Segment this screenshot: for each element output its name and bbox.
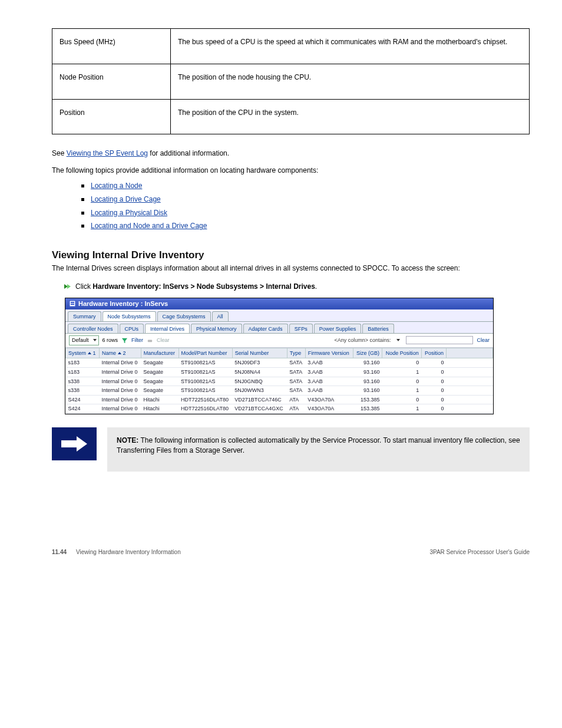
search-input[interactable]: [406, 336, 473, 344]
step: Click Hardware Inventory: InServs > Node…: [64, 282, 530, 292]
filter-link[interactable]: Filter: [131, 337, 143, 344]
link-locate-node[interactable]: Locating a Node: [91, 182, 142, 190]
tab-sfps[interactable]: SFPs: [289, 324, 313, 334]
table-row[interactable]: s338Internal Drive 0SeagateST9100821AS5N…: [66, 386, 493, 396]
definitions-table: Bus Speed (MHz)The bus speed of a CPU is…: [52, 28, 530, 134]
col-size[interactable]: Size (GB): [353, 348, 382, 358]
see-also: See Viewing the SP Event Log for additio…: [52, 149, 530, 159]
def-term: Position: [52, 99, 171, 134]
row-count: 6 rows: [103, 337, 118, 344]
section-heading: Viewing Internal Drive Inventory: [52, 248, 530, 262]
tab-cpus[interactable]: CPUs: [120, 324, 144, 334]
svg-rect-1: [71, 302, 74, 303]
eraser-icon: [147, 337, 153, 344]
col-name[interactable]: Name 2: [100, 348, 141, 358]
col-position[interactable]: Position: [421, 348, 446, 358]
tab-all[interactable]: All: [212, 311, 229, 321]
note-block: NOTE: The following information is colle…: [52, 427, 530, 472]
table-row[interactable]: S424Internal Drive 0HitachiHDT722516DLAT…: [66, 395, 493, 404]
clear-disabled: Clear: [157, 337, 170, 344]
col-model[interactable]: Model/Part Number: [178, 348, 232, 358]
col-fw[interactable]: Firmware Version: [305, 348, 353, 358]
grid-toolbar: Default 6 rows Filter Clear <Any column>…: [65, 334, 493, 348]
def-desc: The bus speed of a CPU is the speed at w…: [171, 29, 530, 64]
def-term: Node Position: [52, 64, 171, 99]
window-title: Hardware Inventory : InServs: [65, 298, 493, 309]
link-locate-node-cage[interactable]: Locating and Node and a Drive Cage: [91, 222, 207, 230]
def-desc: The position of the node housing the CPU…: [171, 64, 530, 99]
sub-tabs: Controller Nodes CPUs Internal Drives Ph…: [65, 322, 493, 334]
section-body: The Internal Drives screen displays info…: [52, 263, 530, 274]
link-locate-cage[interactable]: Locating a Drive Cage: [91, 195, 161, 203]
table-row[interactable]: S424Internal Drive 0HitachiHDT722516DLAT…: [66, 404, 493, 414]
col-manufacturer[interactable]: Manufacturer: [141, 348, 178, 358]
table-row[interactable]: s338Internal Drive 0SeagateST9100821AS5N…: [66, 377, 493, 386]
view-dropdown[interactable]: Default: [69, 335, 99, 345]
sort-asc-icon: [88, 352, 91, 354]
tab-controller-nodes[interactable]: Controller Nodes: [68, 324, 118, 334]
col-serial[interactable]: Serial Number: [232, 348, 287, 358]
table-row[interactable]: s183Internal Drive 0SeagateST9100821AS5N…: [66, 367, 493, 377]
related-links: Locating a Node Locating a Drive Cage Lo…: [52, 179, 530, 233]
footer-doc-title: 3PAR Service Processor User's Guide: [429, 548, 530, 556]
dropdown-caret-icon[interactable]: [396, 339, 400, 341]
def-term: Bus Speed (MHz): [52, 29, 171, 64]
inventory-screenshot: Hardware Inventory : InServs Summary Nod…: [65, 298, 494, 414]
tab-batteries[interactable]: Batteries: [362, 324, 394, 334]
tab-internal-drives[interactable]: Internal Drives: [145, 324, 190, 334]
link-locate-disk[interactable]: Locating a Physical Disk: [91, 209, 167, 217]
svg-rect-4: [61, 440, 77, 447]
clear-link[interactable]: Clear: [477, 337, 490, 344]
tab-summary[interactable]: Summary: [68, 311, 101, 321]
note-heading: NOTE:: [117, 436, 138, 444]
col-system[interactable]: System 1: [66, 348, 100, 358]
breadcrumb-path: Hardware Inventory: InServs > Node Subsy…: [92, 282, 315, 291]
def-desc: The position of the CPU in the system.: [171, 99, 530, 134]
note-arrow-icon: [52, 427, 97, 460]
note-text: The following information is collected a…: [140, 436, 520, 444]
top-tabs: Summary Node Subsystems Cage Subsystems …: [65, 309, 493, 322]
tab-power-supplies[interactable]: Power Supplies: [314, 324, 362, 334]
filter-icon: [121, 337, 128, 344]
tab-node-subsystems[interactable]: Node Subsystems: [103, 311, 156, 321]
svg-rect-3: [148, 340, 152, 342]
any-column-label: <Any column> contains:: [334, 337, 391, 344]
tab-physical-memory[interactable]: Physical Memory: [191, 324, 242, 334]
intro-para: The following topics provide additional …: [52, 166, 530, 176]
drives-table: System 1 Name 2 Manufacturer Model/Part …: [65, 348, 493, 414]
footer-section: Viewing Hardware Inventory Information: [76, 549, 181, 555]
event-log-link[interactable]: Viewing the SP Event Log: [67, 149, 148, 157]
svg-rect-2: [71, 304, 74, 305]
sort-asc-icon: [118, 352, 121, 354]
page-number: 11.44: [52, 549, 67, 555]
table-row[interactable]: s183Internal Drive 0SeagateST9100821AS5N…: [66, 358, 493, 368]
col-node-pos[interactable]: Node Position: [382, 348, 422, 358]
note-link: Transferring Files from a Storage Server: [117, 446, 243, 454]
step-arrow-icon: [64, 283, 71, 290]
tab-cage-subsystems[interactable]: Cage Subsystems: [157, 311, 211, 321]
col-type[interactable]: Type: [287, 348, 305, 358]
tab-adapter-cards[interactable]: Adapter Cards: [243, 324, 288, 334]
